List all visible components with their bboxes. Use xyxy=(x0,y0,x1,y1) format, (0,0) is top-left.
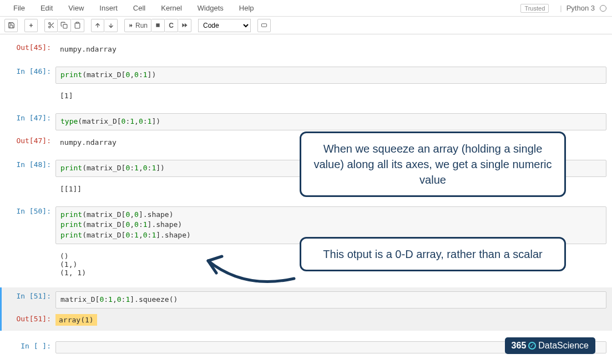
svg-point-1 xyxy=(48,26,50,28)
prompt-in: In [51]: xyxy=(6,290,55,310)
brand-name: DataScience xyxy=(538,341,589,351)
cell-out-45[interactable]: Out[45]: numpy.ndarray xyxy=(0,40,612,58)
output-text-highlighted: array(1) xyxy=(55,314,97,326)
menu-file[interactable]: File xyxy=(6,1,33,16)
checkmark-icon: ✓ xyxy=(528,342,536,350)
menu-widgets[interactable]: Widgets xyxy=(190,1,231,16)
menu-view[interactable]: View xyxy=(60,1,92,16)
cell-in-51[interactable]: In [51]: matrix_D[0:1,0:1].squeeze() xyxy=(0,287,612,311)
prompt-in: In [48]: xyxy=(6,158,55,179)
prompt-in: In [ ]: xyxy=(6,340,55,355)
brand-prefix: 365 xyxy=(512,341,527,351)
svg-line-3 xyxy=(52,26,53,28)
copy-button[interactable] xyxy=(58,19,71,32)
toolbar: + Run C Code xyxy=(0,17,612,34)
output-text: numpy.ndarray xyxy=(55,43,606,55)
svg-rect-14 xyxy=(261,24,266,27)
cut-button[interactable] xyxy=(44,19,58,32)
menu-help[interactable]: Help xyxy=(231,1,262,16)
brand-badge: 365 ✓ DataScience xyxy=(505,337,595,354)
add-cell-button[interactable]: + xyxy=(24,19,38,32)
code-input[interactable]: type(matrix_D[0:1,0:1]) xyxy=(55,113,606,130)
cell-in-46[interactable]: In [46]: print(matrix_D[0,0:1]) xyxy=(0,64,612,87)
output-text: [1] xyxy=(55,89,606,102)
command-palette-button[interactable] xyxy=(257,19,271,32)
svg-rect-5 xyxy=(63,24,67,28)
cell-out-46: [1] xyxy=(0,87,612,105)
menu-insert[interactable]: Insert xyxy=(92,1,125,16)
prompt-out: Out[47]: xyxy=(6,134,55,150)
move-down-button[interactable] xyxy=(104,19,118,32)
svg-rect-11 xyxy=(156,23,159,27)
cell-in-47[interactable]: In [47]: type(matrix_D[0:1,0:1]) xyxy=(0,110,612,133)
svg-point-0 xyxy=(48,23,50,24)
menu-kernel[interactable]: Kernel xyxy=(153,1,190,16)
run-all-button[interactable] xyxy=(178,19,191,32)
run-button[interactable]: Run xyxy=(124,19,151,32)
code-input[interactable]: print(matrix_D[0,0:1]) xyxy=(55,67,606,84)
prompt-in: In [46]: xyxy=(6,65,55,85)
kernel-name[interactable]: Python 3 xyxy=(567,4,595,12)
run-label: Run xyxy=(135,22,148,29)
svg-marker-13 xyxy=(185,23,188,27)
kernel-indicator-icon[interactable] xyxy=(600,5,606,12)
stop-button[interactable] xyxy=(151,19,165,32)
svg-line-4 xyxy=(50,24,51,25)
menu-cell[interactable]: Cell xyxy=(125,1,153,16)
svg-marker-12 xyxy=(182,23,185,27)
prompt-in: In [50]: xyxy=(6,205,55,246)
prompt-out: Out[45]: xyxy=(6,41,55,57)
notebook-container: Out[45]: numpy.ndarray In [46]: print(ma… xyxy=(0,34,612,364)
annotation-box-1: When we squeeze an array (holding a sing… xyxy=(300,132,566,197)
svg-rect-6 xyxy=(76,22,78,23)
restart-button[interactable]: C xyxy=(165,19,178,32)
menubar: File Edit View Insert Cell Kernel Widget… xyxy=(0,0,612,17)
code-input[interactable]: matrix_D[0:1,0:1].squeeze() xyxy=(55,291,606,309)
annotation-box-2: This otput is a 0-D array, rather than a… xyxy=(300,237,566,271)
svg-marker-10 xyxy=(131,23,133,27)
prompt-out: Out[51]: xyxy=(6,312,55,327)
arrow-icon xyxy=(189,240,300,292)
trusted-badge[interactable]: Trusted xyxy=(520,4,549,13)
svg-marker-9 xyxy=(130,23,131,27)
move-up-button[interactable] xyxy=(91,19,104,32)
prompt-in: In [47]: xyxy=(6,112,55,132)
paste-button[interactable] xyxy=(71,19,84,32)
cell-out-51: Out[51]: array(1) xyxy=(0,311,612,331)
cell-type-select[interactable]: Code xyxy=(198,19,251,32)
menu-edit[interactable]: Edit xyxy=(33,1,60,16)
save-button[interactable] xyxy=(4,19,18,32)
